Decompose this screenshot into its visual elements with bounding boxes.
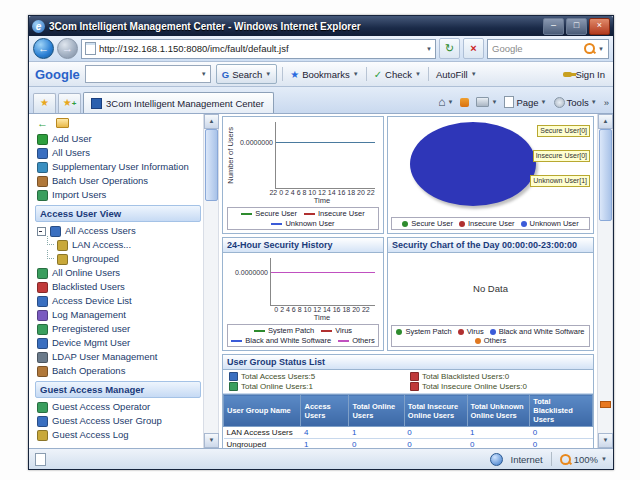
google-search-button[interactable]: G Search ▼ <box>216 64 277 84</box>
sidebar-scrollbar[interactable]: ▲ ▼ <box>203 114 219 448</box>
legend-item: Black and White Software <box>490 327 585 336</box>
security-history-panel: 24-Hour Security History 0.0000000 0 2 4… <box>222 237 384 351</box>
feeds-button[interactable] <box>460 98 469 107</box>
cell-total-online-users[interactable]: 1 <box>349 427 404 439</box>
address-dropdown-icon[interactable]: ▼ <box>426 46 432 52</box>
search-box[interactable]: Google ▼ <box>487 39 609 59</box>
scrollbar-thumb[interactable] <box>205 129 218 201</box>
sidebar-item-add-user[interactable]: Add User <box>35 132 203 146</box>
sidebar-item-lan-access[interactable]: LAN Access... <box>35 238 203 252</box>
legend-line-swatch <box>321 330 332 332</box>
sidebar-item-device-mgmt-user[interactable]: Device Mgmt User <box>35 336 203 350</box>
zoom-control[interactable]: 100% ▼ <box>560 454 607 465</box>
user-group-status-panel: User Group Status List Total Access User… <box>222 354 594 448</box>
page-menu[interactable]: Page▼ <box>504 96 546 108</box>
section-header-guest-access-manager[interactable]: Guest Access Manager <box>35 381 201 398</box>
column-header[interactable]: Total Blacklisted Users <box>530 395 593 427</box>
print-button[interactable]: ▼ <box>476 97 497 107</box>
sidebar-item-batch-operations[interactable]: Batch Operations <box>35 364 203 378</box>
favorites-button[interactable]: ★ <box>33 93 56 113</box>
cell-access-users[interactable]: 4 <box>301 427 349 439</box>
minimize-button[interactable]: – <box>543 18 564 35</box>
sign-in-button[interactable]: Sign In <box>561 69 607 80</box>
preregistered-user-icon <box>37 324 48 335</box>
sidebar-item-ldap-user-management[interactable]: LDAP User Management <box>35 350 203 364</box>
cell-user-group-name[interactable]: Ungrouped <box>224 439 301 449</box>
legend-line-swatch <box>271 223 282 225</box>
autofill-button[interactable]: AutoFill ▼ <box>434 69 479 80</box>
overflow-chevron[interactable]: » <box>604 97 609 108</box>
add-favorite-button[interactable]: ★+ <box>58 93 81 113</box>
bookmarks-button[interactable]: ★ Bookmarks ▼ <box>288 69 360 80</box>
title-bar[interactable]: e 3Com Intelligent Management Center - W… <box>29 16 613 36</box>
scroll-up-icon[interactable]: ▲ <box>204 114 219 129</box>
x-axis-ticks: 0 2 4 6 8 10 12 14 16 18 20 22 <box>223 306 383 313</box>
user-group-icon <box>57 240 68 251</box>
sidebar-item-all-access-users[interactable]: All Access Users <box>35 224 203 238</box>
main-scrollbar[interactable]: ▲ ▼ <box>597 114 613 448</box>
chart-line <box>276 142 375 143</box>
search-icon[interactable] <box>584 43 595 54</box>
google-search-dropdown-icon[interactable]: ▼ <box>201 71 207 77</box>
google-toolbar: Google ▼ G Search ▼ ★ Bookmarks ▼ ✓ Chec… <box>29 62 613 87</box>
browser-tab[interactable]: 3Com Intelligent Management Center <box>83 92 274 113</box>
table-row[interactable]: Ungrouped 1 0 0 0 0 <box>224 439 593 449</box>
chart-legend: System Patch Virus Black and White Softw… <box>227 324 379 347</box>
sidebar-item-import-users[interactable]: Import Users <box>35 188 203 202</box>
cell-user-group-name[interactable]: LAN Access Users <box>224 427 301 439</box>
scroll-down-icon[interactable]: ▼ <box>598 433 613 448</box>
back-button[interactable]: ← <box>33 38 54 59</box>
section-header-access-user-view[interactable]: Access User View <box>35 205 201 222</box>
tab-title: 3Com Intelligent Management Center <box>106 98 264 109</box>
sidebar-item-guest-access-log[interactable]: Guest Access Log <box>35 428 203 442</box>
status-bar: Internet 100% ▼ <box>29 448 613 469</box>
sidebar-item-log-management[interactable]: Log Management <box>35 308 203 322</box>
search-dropdown-icon[interactable]: ▼ <box>598 46 604 52</box>
column-header[interactable]: User Group Name <box>224 395 301 427</box>
column-header[interactable]: Total Insecure Online Users <box>404 395 467 427</box>
address-field[interactable]: http://192.168.1.150:8080/imc/fault/defa… <box>81 39 436 59</box>
sidebar-item-supplementary-user-information[interactable]: Supplementary User Information <box>35 160 203 174</box>
sidebar-item-blacklisted-users[interactable]: Blacklisted Users <box>35 280 203 294</box>
stop-button[interactable]: × <box>463 38 484 59</box>
x-axis-ticks: 22 0 2 4 6 8 10 12 14 16 18 20 22 <box>223 189 383 196</box>
sidebar-item-all-online-users[interactable]: All Online Users <box>35 266 203 280</box>
refresh-button[interactable]: ↻ <box>439 38 460 59</box>
sidebar-item-all-users[interactable]: All Users <box>35 146 203 160</box>
google-search-input[interactable]: ▼ <box>85 65 211 83</box>
column-header[interactable]: Total Online Users <box>349 395 404 427</box>
x-axis-label: Time <box>223 196 383 205</box>
sidebar-item-guest-access-user-group[interactable]: Guest Access User Group <box>35 414 203 428</box>
tools-menu[interactable]: Tools▼ <box>554 97 597 108</box>
sidebar-item-guest-access-operator[interactable]: Guest Access Operator <box>35 400 203 414</box>
sidebar-item-access-device-list[interactable]: Access Device List <box>35 294 203 308</box>
close-button[interactable]: × <box>589 18 610 35</box>
scrollbar-thumb[interactable] <box>599 129 612 221</box>
scroll-up-icon[interactable]: ▲ <box>598 114 613 129</box>
home-button[interactable]: ⌂▼ <box>438 95 453 109</box>
check-button[interactable]: ✓ Check ▼ <box>372 69 423 80</box>
cell-access-users[interactable]: 1 <box>301 439 349 449</box>
column-header[interactable]: Total Unknown Online Users <box>467 395 530 427</box>
google-g-icon: G <box>222 69 229 80</box>
tree-collapse-toggle[interactable] <box>37 227 46 236</box>
maximize-button[interactable]: □ <box>566 18 587 35</box>
sidebar-item-batch-user-operations[interactable]: Batch User Operations <box>35 174 203 188</box>
zoom-level: 100% <box>574 454 598 465</box>
back-arrow-icon[interactable]: ← <box>37 117 48 129</box>
cell-total-blacklisted-users: 0 <box>530 439 593 449</box>
folder-icon[interactable] <box>56 118 69 128</box>
forward-button[interactable]: → <box>57 38 78 59</box>
bookmark-star-icon: ★ <box>290 69 299 80</box>
scroll-down-icon[interactable]: ▼ <box>204 433 219 448</box>
online-users-badge-icon <box>229 382 238 391</box>
column-header[interactable]: Access Users <box>301 395 349 427</box>
table-row[interactable]: LAN Access Users 4 1 0 1 0 <box>224 427 593 439</box>
sidebar-item-preregistered-user[interactable]: Preregistered user <box>35 322 203 336</box>
user-group-table: User Group Name Access Users Total Onlin… <box>223 394 593 448</box>
scrollbar-alert-marker <box>600 401 611 408</box>
legend-item: Black and White Software <box>231 336 331 345</box>
legend-dot <box>521 221 527 227</box>
url-text: http://192.168.1.150:8080/imc/fault/defa… <box>99 43 423 54</box>
sidebar-item-ungrouped[interactable]: Ungrouped <box>35 252 203 266</box>
